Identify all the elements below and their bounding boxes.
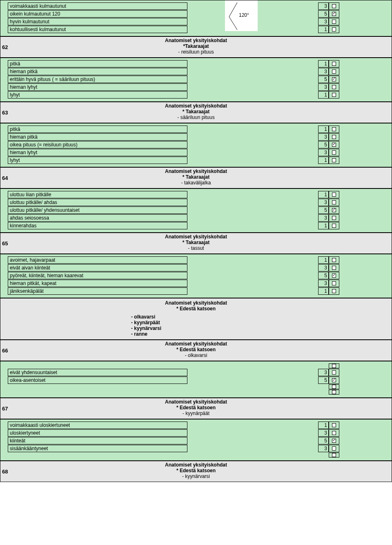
checkbox[interactable]: [332, 281, 336, 285]
option-score: 5: [318, 76, 329, 83]
option-score: 3: [318, 264, 329, 271]
option-check-cell: [329, 91, 339, 99]
checkbox[interactable]: [332, 439, 336, 443]
checkbox[interactable]: [332, 208, 336, 212]
checkbox[interactable]: [332, 158, 336, 162]
option-label: eivät aivan kiinteät: [8, 264, 187, 271]
checkbox[interactable]: [332, 127, 336, 131]
option-check-cell: [329, 369, 339, 376]
header-line3: - kyynärvarsi: [12, 473, 380, 479]
checkbox[interactable]: [332, 216, 336, 220]
option-row: hieman pitkä3: [8, 68, 384, 75]
option-row: hieman pitkä3: [8, 133, 384, 141]
option-label: hieman pitkä: [8, 68, 187, 75]
option-row: ulottuu pitkälle/ ahdas3: [8, 199, 384, 206]
checkbox[interactable]: [332, 93, 336, 97]
option-check-cell: [329, 149, 339, 156]
option-score: 1: [318, 60, 329, 67]
option-row: ulottuu pitkälle/ yhdensuuntaiset5: [8, 206, 384, 214]
checkbox[interactable]: [332, 62, 336, 66]
checkbox[interactable]: [332, 266, 336, 270]
option-check-cell: [329, 199, 339, 206]
checkbox[interactable]: [332, 193, 336, 197]
option-check-cell: [329, 214, 339, 222]
option-row: eivät yhdensuuntaiset3: [8, 369, 384, 376]
option-label: oikea pituus (= reisiluun pituus): [8, 141, 187, 148]
option-score: 5: [318, 272, 329, 279]
option-row: pitkä1: [8, 60, 384, 67]
checkbox[interactable]: [332, 27, 336, 31]
header-line1: Anatomiset yksityiskohdat: [12, 234, 380, 240]
header-line1: Anatomiset yksityiskohdat: [12, 341, 380, 347]
header-line1: Anatomiset yksityiskohdat: [12, 168, 380, 174]
option-score: 5: [318, 10, 329, 18]
header-line1: Anatomiset yksityiskohdat: [12, 38, 380, 43]
header-line3: - sääriluun pituus: [12, 114, 380, 120]
checkbox[interactable]: [332, 70, 336, 74]
header-line1: Anatomiset yksityiskohdat: [0, 300, 392, 306]
option-label: hieman pitkä: [8, 133, 187, 141]
option-score: 5: [318, 437, 329, 444]
header-line3: - tassut: [12, 245, 380, 251]
header-line3: - olkavarsi: [12, 352, 380, 358]
checkbox[interactable]: [332, 390, 336, 394]
option-score: 3: [318, 369, 329, 376]
option-score: 3: [318, 280, 329, 287]
checkbox[interactable]: [332, 446, 336, 451]
option-label: pitkä: [8, 126, 187, 133]
option-label: hieman pitkät, kapeat: [8, 280, 187, 287]
checkbox[interactable]: [332, 150, 336, 155]
option-score: 3: [318, 83, 329, 91]
checkbox[interactable]: [332, 20, 336, 24]
checkbox[interactable]: [332, 12, 336, 16]
checkbox[interactable]: [332, 143, 336, 147]
option-check-cell: [329, 18, 339, 25]
option-row: ulottuu liian pitkälle1: [8, 191, 384, 198]
option-rows-container: voimakkaasti kulmautunut3oikein kulmautu…: [8, 2, 384, 33]
checkbox[interactable]: [332, 423, 336, 427]
checkbox[interactable]: [332, 453, 336, 457]
option-check-cell: [329, 437, 339, 444]
option-check-cell: [329, 222, 339, 229]
option-check-cell: [329, 429, 339, 437]
option-row: kohtuullisesti kulmautunut1: [8, 26, 384, 33]
checkbox[interactable]: [332, 378, 336, 382]
checkbox[interactable]: [332, 77, 336, 81]
option-check-cell: [329, 68, 339, 75]
options-block: pitkä1hieman pitkä3oikea pituus (= reisi…: [0, 123, 392, 167]
option-score: 1: [318, 126, 329, 133]
section-number: 66: [0, 348, 12, 354]
header-line1: Anatomiset yksityiskohdat: [12, 103, 380, 109]
option-score: 3: [318, 149, 329, 156]
checkbox[interactable]: [332, 85, 336, 89]
checkbox[interactable]: [332, 370, 336, 375]
checkbox[interactable]: [332, 289, 336, 293]
option-row: oikea-asentoiset5: [8, 377, 384, 384]
checkbox[interactable]: [332, 385, 336, 389]
checkbox[interactable]: [332, 258, 336, 262]
checkbox[interactable]: [332, 431, 336, 435]
option-check-cell: [329, 60, 339, 67]
checkbox[interactable]: [332, 224, 336, 228]
checkbox[interactable]: [332, 274, 336, 278]
option-check-cell: [329, 191, 339, 198]
option-row: uloskiertyneet3: [8, 429, 384, 437]
option-label: ulottuu pitkälle/ yhdensuuntaiset: [8, 206, 187, 214]
option-score: 3: [318, 68, 329, 75]
option-label-empty: [8, 384, 187, 389]
option-row: ahdas seiosoessa3: [8, 214, 384, 222]
option-check-cell: [329, 384, 339, 389]
option-check-cell: [329, 287, 339, 295]
checkbox[interactable]: [332, 135, 336, 139]
checkbox[interactable]: [332, 200, 336, 204]
option-row: pitkä1: [8, 126, 384, 133]
option-label-empty: [8, 453, 187, 458]
checkbox[interactable]: [332, 4, 336, 8]
header-line3: - takavälijalka: [12, 180, 380, 186]
option-check-cell: [329, 26, 339, 33]
option-label: kiinteät: [8, 437, 187, 444]
section-header: 68Anatomiset yksityiskohdat* Edestä kats…: [0, 461, 392, 482]
option-row: oikein kulmautunut 1205: [8, 10, 384, 18]
checkbox[interactable]: [332, 364, 336, 368]
option-score-empty: [318, 453, 329, 458]
